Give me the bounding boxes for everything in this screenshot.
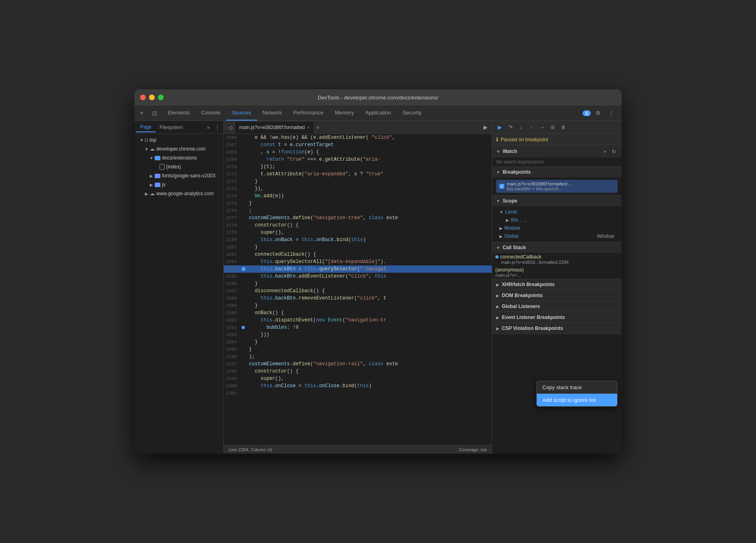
dom-label: DOM Breakpoints	[502, 293, 543, 298]
resume-btn[interactable]: ▶	[495, 123, 504, 132]
watch-add-btn[interactable]: +	[601, 148, 609, 155]
scope-label: Scope	[503, 198, 517, 204]
call-stack-header[interactable]: ▼ Call Stack	[492, 242, 622, 253]
code-line-2296: 2296 );	[224, 353, 492, 360]
context-menu-item-copy-stack[interactable]: Copy stack trace	[537, 381, 617, 394]
tab-elements[interactable]: Elements	[162, 106, 195, 121]
tab-memory[interactable]: Memory	[329, 106, 360, 121]
step-into-btn[interactable]: ↓	[516, 123, 525, 132]
call-stack-item-1[interactable]: (anonymous) main.js?v=...	[492, 266, 622, 279]
sidebar-more-btn[interactable]: »	[205, 124, 212, 130]
dom-header[interactable]: ▶ DOM Breakpoints	[492, 290, 622, 301]
tab-sources[interactable]: Sources	[226, 106, 257, 121]
expand-toggle-fonts[interactable]: ▶	[149, 173, 154, 178]
global-listeners-header[interactable]: ▶ Global Listeners	[492, 301, 622, 312]
breakpoints-header[interactable]: ▼ Breakpoints	[492, 167, 622, 177]
editor-tabs-bar: ◁ main.js?v=e382d86f:formatted × » ▶	[224, 121, 492, 134]
close-button[interactable]	[140, 95, 146, 100]
console-badge[interactable]: 1	[583, 110, 591, 116]
call-stack-item-0[interactable]: connectedCallback main.js?v=e382d...form…	[492, 253, 622, 266]
tab-security[interactable]: Security	[397, 106, 427, 121]
scope-local[interactable]: ▼ Local	[496, 208, 618, 216]
expand-toggle-analytics[interactable]: ▶	[144, 191, 149, 196]
call-stack-label: Call Stack	[503, 245, 526, 250]
xhr-header[interactable]: ▶ XHR/fetch Breakpoints	[492, 279, 622, 290]
sidebar-tab-page[interactable]: Page	[136, 123, 156, 132]
code-line-2278: 2278 constructor() {	[224, 222, 492, 229]
maximize-button[interactable]	[158, 95, 164, 100]
code-line-2289: 2289 }	[224, 302, 492, 309]
tree-item-chrome[interactable]: ▼ ☁ developer.chrome.com	[134, 144, 223, 153]
tab-application[interactable]: Application	[360, 106, 397, 121]
bp-file: main.js?v=e382d86f:formatted:...	[507, 181, 572, 186]
tree-item-analytics[interactable]: ▶ ☁ www.google-analytics.com	[134, 189, 223, 198]
tree-item-top[interactable]: ▼ □ top	[134, 136, 223, 144]
event-listener-label: Event Listener Breakpoints	[502, 315, 565, 320]
editor-run-btn[interactable]: ▶	[481, 124, 490, 130]
panel-toggle-icon[interactable]: ⊡	[149, 108, 160, 119]
editor-tabs-more[interactable]: »	[314, 125, 322, 130]
tab-network[interactable]: Network	[257, 106, 288, 121]
scope-module-label: Module	[504, 225, 520, 231]
context-menu: Copy stack trace Add script to ignore li…	[536, 381, 618, 407]
tree-item-docs[interactable]: ▼ docs/extensions	[134, 153, 223, 162]
deactivate-btn[interactable]: ⊘	[548, 123, 557, 132]
tree-label-chrome: developer.chrome.com	[156, 146, 205, 152]
call-stack-toggle-icon: ▼	[496, 246, 500, 250]
code-line-2283: 2283 this.querySelectorAll("[data-expand…	[224, 258, 492, 265]
sidebar-add-btn[interactable]: ⋮	[213, 124, 222, 130]
step-btn[interactable]: →	[538, 123, 546, 132]
call-stack-name-0: connectedCallback	[500, 254, 541, 260]
scope-header[interactable]: ▼ Scope	[492, 196, 622, 206]
expand-toggle[interactable]: ▼	[139, 138, 144, 142]
expand-toggle-docs[interactable]: ▼	[149, 155, 154, 160]
event-listener-header[interactable]: ▶ Event Listener Breakpoints	[492, 312, 622, 323]
code-line-2266: 2266 e && !we.has(e) && (e.addEventListe…	[224, 134, 492, 141]
code-line-2284: 2284 this.backBtn = this.querySelector("…	[224, 265, 492, 273]
call-stack-body: connectedCallback main.js?v=e382d...form…	[492, 253, 622, 279]
breakpoints-section: ▼ Breakpoints ✓ main.js?v=e382d86f:forma…	[492, 167, 622, 196]
sidebar-tab-filesystem[interactable]: Filesystem	[156, 123, 187, 132]
breakpoint-item[interactable]: ✓ main.js?v=e382d86f:formatted:... this.…	[496, 180, 618, 193]
code-line-2276: 2276 ;	[224, 207, 492, 214]
tree-label-fonts: fonts/google-sans-v2003	[162, 173, 215, 179]
editor-sidebar-toggle[interactable]: ◁	[225, 124, 235, 131]
cursor-icon[interactable]: ⌖	[136, 108, 147, 119]
watch-header[interactable]: ▼ Watch + ↻	[492, 145, 622, 157]
step-out-btn[interactable]: ↑	[527, 123, 536, 132]
tab-performance[interactable]: Performance	[287, 106, 329, 121]
code-area[interactable]: 2266 e && !we.has(e) && (e.addEventListe…	[224, 134, 492, 445]
more-icon[interactable]: ⋮	[605, 108, 617, 119]
expand-toggle-chrome[interactable]: ▼	[144, 147, 149, 151]
csp-header[interactable]: ▶ CSP Violation Breakpoints	[492, 323, 622, 334]
scope-this[interactable]: ▶ this : …	[496, 216, 618, 224]
context-menu-item-ignore[interactable]: Add script to ignore list	[537, 394, 617, 406]
xhr-section: ▶ XHR/fetch Breakpoints	[492, 279, 622, 290]
code-line-2285: 2285 this.backBtn.addEventListener("clic…	[224, 273, 492, 280]
call-stack-loc-0: main.js?v=e382d...formatted:2284	[495, 260, 618, 265]
pause-on-exception-btn[interactable]: ⏸	[559, 123, 568, 132]
gear-icon[interactable]: ⚙	[592, 108, 604, 119]
step-over-btn[interactable]: ↷	[506, 123, 515, 132]
editor-container: ◁ main.js?v=e382d86f:formatted × » ▶ 226…	[224, 121, 492, 454]
cloud-icon-chrome: ☁	[150, 146, 155, 152]
editor-tab-main[interactable]: main.js?v=e382d86f:formatted ×	[235, 121, 314, 134]
tree-item-index[interactable]: (index)	[134, 162, 223, 171]
scope-global[interactable]: ▶ Global Window	[496, 232, 618, 240]
watch-refresh-btn[interactable]: ↻	[610, 148, 618, 155]
scope-this-label: this	[511, 217, 518, 223]
breakpoint-indicator	[242, 267, 246, 271]
tree-item-fonts[interactable]: ▶ fonts/google-sans-v2003	[134, 171, 223, 180]
code-line-2287: 2287 disconnectedCallback() {	[224, 287, 492, 295]
editor-tab-close[interactable]: ×	[307, 125, 310, 130]
minimize-button[interactable]	[149, 95, 155, 100]
watch-label: Watch	[503, 149, 517, 154]
tab-console[interactable]: Console	[195, 106, 226, 121]
code-line-2279: 2279 super(),	[224, 229, 492, 236]
breakpoint-checkbox[interactable]: ✓	[499, 184, 504, 189]
scope-global-label: Global	[504, 233, 518, 239]
expand-toggle-js[interactable]: ▶	[149, 182, 154, 187]
scope-module[interactable]: ▶ Module	[496, 224, 618, 232]
main-content: Page Filesystem » ⋮ ▼ □ top ▼ ☁ develope…	[134, 121, 622, 454]
tree-item-js[interactable]: ▶ js	[134, 180, 223, 189]
